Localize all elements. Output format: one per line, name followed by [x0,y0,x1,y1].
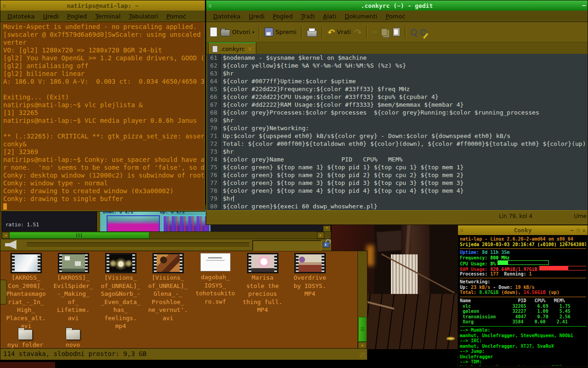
menu-item-datoteka[interactable]: Datoteka [209,12,244,21]
tab-close-icon[interactable]: ✕ [247,46,252,52]
replace-button[interactable] [420,29,427,35]
file-label: -_Making_ [50,290,97,298]
menu-item-tabulatori[interactable]: Tabulatori [124,12,162,21]
conky-progress-bar [539,266,586,270]
gedit-title: .conkyrc (~) - gedit [206,2,588,9]
file-item[interactable]: Marisastole thepreciousthing full.MP4 [239,252,286,314]
text-entry[interactable] [252,240,322,251]
terminal-line: Movie-Aspect is undefined - no prescalin… [3,23,202,31]
menu-item-alati[interactable]: Alati [319,12,340,21]
menu-item-terminal[interactable]: Terminal [91,12,124,21]
save-button[interactable]: Spremi [265,28,296,36]
text-cursor [233,196,234,201]
scroll-right-icon[interactable]: ▸ [317,232,324,239]
speaker-icon[interactable] [5,240,17,249]
editor-line: 69$hr [207,116,588,124]
network-graphs: Down: 0 k/s Up: 0 k/s [100,209,210,231]
paste-button[interactable] [393,28,400,36]
wallpaper-glint [447,337,455,340]
toolbar-separator [366,26,368,39]
conky-row: Srijeda 2010-03-03 20:16:47 (+0100) 1267… [460,242,586,247]
maximize-icon[interactable]: ❐ [577,227,580,234]
file-item[interactable]: [Visions_of_UNREAL]_Glena_-_Proshloe_ne_… [144,252,192,322]
file-item[interactable]: [AKROSS_Con_2008]_Phantasmagoriat_-_In_H… [2,252,50,330]
terminal-output[interactable]: Movie-Aspect is undefined - no prescalin… [1,22,204,210]
conky-row: galeon 32227 1.00 5.45 [460,309,586,314]
file-label: MP4 [286,290,334,298]
terminal-line: ** (.:32265): CRITICAL **: gtk_pizza_set… [3,132,202,140]
scroll-left-icon[interactable]: ◂ [2,232,9,239]
editor-line: 68${color grey}Processes:$color $process… [207,109,588,116]
menu-item-traži[interactable]: Traži [297,12,319,21]
undo-button[interactable]: ↶ Vrati [328,29,351,36]
redo-button[interactable]: ↷ [354,29,362,36]
editor-line: 65${color #22dd22}Frequency:${color #33f… [207,85,588,93]
new-document-button[interactable] [210,27,217,37]
conky-row: transmission 4047 0.70 2.56 [460,314,586,320]
open-button[interactable]: Otvori ▾ [220,28,254,36]
terminal-line: [gl2] You have OpenGL >= 1.2 capable dri… [3,54,202,62]
terminal-line [3,203,202,210]
file-item[interactable]: Overdriveby IOSYS.MP4 [286,252,334,298]
copy-button[interactable] [381,29,390,36]
file-item[interactable]: [AKROSS]_EvilSpider_-_Making_of_Lifetime… [50,252,97,322]
horizontal-scrollbar[interactable]: ◂ ▸ [1,231,331,239]
folder-label: novo [51,341,95,349]
line-number: 71 [207,132,220,140]
editor-line: 79$hr [207,195,588,202]
terminal-window: ∷ natirips@nati-lap: ~ DatotekaUrediPogl… [0,0,205,212]
scrollbar-grip [76,233,83,237]
file-item[interactable]: dagobah_IOSYS_tohotsukitoro.swf [192,252,239,305]
file-item[interactable]: [Visions_of_UNREAL]_Sago&Norb_-_Even_dat… [97,252,144,330]
scrollbar-thumb[interactable] [358,317,367,342]
menu-item-uredi[interactable]: Uredi [244,12,268,21]
conky-titlebar[interactable]: ∷ Conky – ❐ ✕ [458,225,588,235]
copy-icon [381,29,387,36]
scroll-down-icon[interactable]: ▾ [323,225,331,232]
file-label: Proshloe_ [144,298,192,306]
resize-grip[interactable] [360,352,366,359]
minimize-icon[interactable]: – [570,227,573,234]
conky-row: Frequency: 800 MHz [460,255,586,261]
folder-icon [66,329,80,340]
new-document-icon [210,27,217,37]
conky-row: --> IRC: [460,338,586,344]
terminal-titlebar[interactable]: ∷ natirips@nati-lap: ~ [0,0,205,11]
menu-item-uredi[interactable]: Uredi [39,12,62,21]
text-editor-area[interactable]: 61$nodename - $sysname $kernel on $machi… [207,54,588,211]
file-label: avi [50,314,97,322]
redo-icon: ↷ [354,29,362,36]
volume-slider[interactable] [27,242,249,248]
conky-row: vlc 32265 6.69 1.75 [460,304,586,309]
menu-item-pogled[interactable]: Pogled [269,12,297,21]
find-button[interactable] [411,29,417,35]
editor-line: 80${color green}${execi 60 dswp_whoswher… [207,202,588,210]
vertical-scrollbar[interactable]: ▾ [357,251,367,350]
folder-item[interactable]: novo [51,327,95,349]
lock-icon[interactable] [323,242,329,247]
menu-item-pogled[interactable]: Pogled [63,12,91,21]
find-replace-icon [420,29,427,35]
tab-conkyrc[interactable]: .conkyrc ✕ [208,42,256,54]
toolbar-separator [405,26,406,39]
menu-item-pomoć[interactable]: Pomoć [162,12,190,21]
editor-line: 73$hr [207,148,588,155]
file-label: stole the [239,282,286,290]
gedit-menubar: DatotekaUrediPogledTražiAlatiDokumentiPo… [206,11,588,22]
file-label: feelings. [97,314,144,322]
menu-item-dokumenti[interactable]: Dokumenti [340,12,381,21]
gedit-titlebar[interactable]: ∷ .conkyrc (~) - gedit – [206,0,588,11]
menu-item-pomoć[interactable]: Pomoć [381,12,409,21]
close-icon[interactable]: ✕ [582,227,586,234]
line-number: 78 [207,187,220,195]
cut-button[interactable]: ✂ [372,28,378,36]
file-label: [Visions_ [97,274,144,282]
gedit-tabbar: .conkyrc ✕ [206,42,588,55]
folder-item[interactable]: nyu folder [4,327,46,349]
conky-row: Processes: 177 Running: 1 [460,271,586,277]
print-button[interactable] [307,28,317,37]
scrollbar-thumb[interactable] [9,232,149,239]
menu-item-datoteka[interactable]: Datoteka [3,12,39,21]
minimize-icon[interactable]: – [582,2,586,9]
chevron-down-icon[interactable]: ▾ [252,30,254,34]
